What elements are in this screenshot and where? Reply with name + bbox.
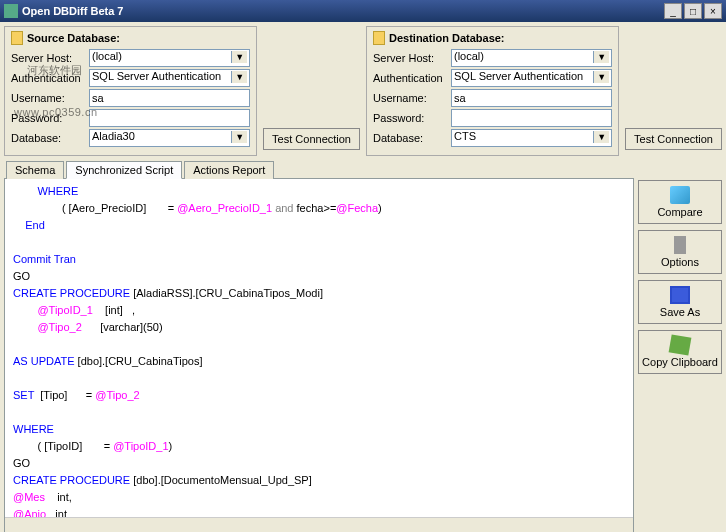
label-database: Database: bbox=[11, 132, 85, 144]
script-editor[interactable]: WHERE ( [Aero_PrecioID] = @Aero_PrecioID… bbox=[5, 179, 633, 517]
minimize-button[interactable]: _ bbox=[664, 3, 682, 19]
destination-test-connection-button[interactable]: Test Connection bbox=[625, 128, 722, 150]
close-button[interactable]: × bbox=[704, 3, 722, 19]
copy-clipboard-button[interactable]: Copy Clipboard bbox=[638, 330, 722, 374]
compare-button[interactable]: Compare bbox=[638, 180, 722, 224]
save-icon bbox=[670, 286, 690, 304]
tab-actions-report[interactable]: Actions Report bbox=[184, 161, 274, 179]
maximize-button[interactable]: □ bbox=[684, 3, 702, 19]
action-column: Compare Options Save As Copy Clipboard bbox=[638, 178, 722, 532]
source-password[interactable] bbox=[89, 109, 250, 127]
clipboard-icon bbox=[669, 334, 692, 355]
label-server-host: Server Host: bbox=[11, 52, 85, 64]
label-authentication: Authentication bbox=[11, 72, 85, 84]
horizontal-scrollbar[interactable] bbox=[5, 517, 633, 532]
options-icon bbox=[670, 236, 690, 254]
destination-title: Destination Database: bbox=[389, 32, 505, 44]
compare-icon bbox=[670, 186, 690, 204]
label-password: Password: bbox=[11, 112, 85, 124]
destination-database[interactable]: CTS bbox=[451, 129, 612, 147]
source-username[interactable] bbox=[89, 89, 250, 107]
source-panel: Source Database: Server Host:(local) Aut… bbox=[4, 26, 257, 156]
database-icon bbox=[11, 31, 23, 45]
destination-server-host[interactable]: (local) bbox=[451, 49, 612, 67]
destination-authentication[interactable]: SQL Server Authentication bbox=[451, 69, 612, 87]
destination-password[interactable] bbox=[451, 109, 612, 127]
source-authentication[interactable]: SQL Server Authentication bbox=[89, 69, 250, 87]
script-editor-panel: WHERE ( [Aero_PrecioID] = @Aero_PrecioID… bbox=[4, 178, 634, 532]
source-server-host[interactable]: (local) bbox=[89, 49, 250, 67]
destination-username[interactable] bbox=[451, 89, 612, 107]
tab-bar: Schema Synchronized Script Actions Repor… bbox=[0, 160, 726, 178]
source-title: Source Database: bbox=[27, 32, 120, 44]
app-icon bbox=[4, 4, 18, 18]
window-title: Open DBDiff Beta 7 bbox=[22, 5, 662, 17]
destination-panel: Destination Database: Server Host:(local… bbox=[366, 26, 619, 156]
source-database[interactable]: Aladia30 bbox=[89, 129, 250, 147]
tab-synchronized-script[interactable]: Synchronized Script bbox=[66, 161, 182, 179]
source-test-connection-button[interactable]: Test Connection bbox=[263, 128, 360, 150]
titlebar: Open DBDiff Beta 7 _ □ × bbox=[0, 0, 726, 22]
label-username: Username: bbox=[11, 92, 85, 104]
save-as-button[interactable]: Save As bbox=[638, 280, 722, 324]
options-button[interactable]: Options bbox=[638, 230, 722, 274]
tab-schema[interactable]: Schema bbox=[6, 161, 64, 179]
database-icon bbox=[373, 31, 385, 45]
